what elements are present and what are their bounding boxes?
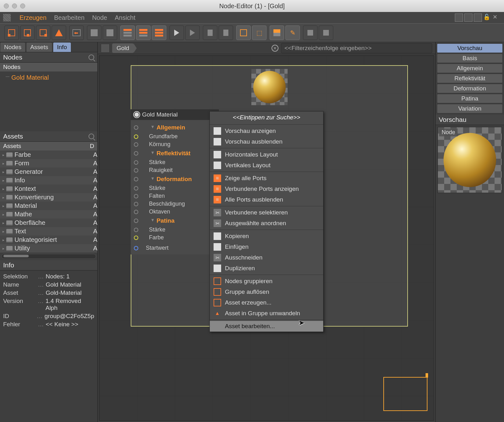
tool-brush-1[interactable] bbox=[270, 26, 284, 40]
tool-new-1[interactable] bbox=[4, 26, 19, 40]
port-group[interactable]: Reflektivität bbox=[141, 149, 191, 158]
asset-row[interactable]: ▸InfoA bbox=[0, 176, 97, 185]
horizontal-scrollbar[interactable] bbox=[1, 254, 96, 259]
port-circle-icon[interactable] bbox=[134, 202, 138, 206]
port-circle-icon[interactable] bbox=[134, 228, 138, 232]
port-row[interactable]: Körnung bbox=[131, 140, 217, 148]
port-circle-icon[interactable] bbox=[134, 194, 138, 198]
port-row[interactable]: Stärke bbox=[131, 226, 217, 234]
tab-nodes[interactable]: Nodes bbox=[0, 42, 26, 52]
port-row[interactable]: Stärke bbox=[131, 184, 217, 192]
port-row[interactable]: Startwert bbox=[131, 244, 217, 252]
tab-info[interactable]: Info bbox=[53, 42, 71, 52]
port-circle-icon[interactable] bbox=[134, 177, 138, 181]
node-card-header[interactable]: Gold Material bbox=[131, 109, 219, 120]
asset-row[interactable]: ▸KontextA bbox=[0, 185, 97, 193]
port-circle-icon[interactable] bbox=[134, 134, 138, 139]
grip-icon[interactable] bbox=[3, 14, 11, 21]
right-tab[interactable]: Allgemein bbox=[437, 64, 503, 73]
tab-assets[interactable]: Assets bbox=[26, 42, 52, 52]
right-tab[interactable]: Basis bbox=[437, 54, 503, 63]
port-circle-icon[interactable] bbox=[134, 160, 138, 165]
menu-erzeugen[interactable]: Erzeugen bbox=[20, 14, 47, 21]
layout-3-icon[interactable] bbox=[474, 14, 482, 22]
port-circle-icon[interactable] bbox=[134, 125, 138, 130]
port-circle-icon[interactable] bbox=[134, 142, 138, 147]
port-circle-icon[interactable] bbox=[134, 236, 138, 240]
clear-filter-icon[interactable]: ✕ bbox=[272, 45, 278, 52]
ctx-item[interactable]: ✂Verbundene selektieren bbox=[210, 207, 323, 218]
right-tab[interactable]: Reflektivität bbox=[437, 74, 503, 83]
port-circle-icon[interactable] bbox=[134, 168, 138, 173]
tool-arrange-2[interactable] bbox=[319, 26, 333, 40]
port-circle-icon[interactable] bbox=[134, 210, 138, 214]
tool-misc-1[interactable] bbox=[203, 26, 217, 40]
menu-node[interactable]: Node bbox=[92, 14, 107, 21]
asset-row[interactable]: ▸FormA bbox=[0, 159, 97, 168]
asset-row[interactable]: ▸OberflächeA bbox=[0, 219, 97, 227]
ctx-item[interactable]: ▫Einfügen bbox=[210, 242, 323, 252]
ctx-item[interactable]: ≡Verbundene Ports anzeigen bbox=[210, 184, 323, 194]
ctx-item[interactable]: Nodes gruppieren bbox=[210, 276, 323, 287]
preview-viewport[interactable]: Node bbox=[438, 127, 502, 193]
ctx-item[interactable]: ▲Asset in Gruppe umwandeln bbox=[210, 308, 323, 319]
search-icon[interactable] bbox=[89, 54, 94, 60]
breadcrumb-root-icon[interactable] bbox=[101, 44, 110, 53]
ctx-search[interactable]: <<Eintippen zur Suche>> bbox=[210, 111, 323, 123]
asset-row[interactable]: ▸UnkategorisiertA bbox=[0, 236, 97, 244]
ctx-item[interactable]: ▫Vorschau anzeigen bbox=[210, 126, 323, 136]
tool-misc-2[interactable] bbox=[219, 26, 233, 40]
node-canvas[interactable]: Gold Material AllgemeinGrundfarbeKörnung… bbox=[99, 55, 434, 421]
tool-bars-1[interactable] bbox=[120, 26, 135, 40]
asset-row[interactable]: ▸MaterialA bbox=[0, 202, 97, 210]
tool-new-3[interactable] bbox=[36, 26, 50, 40]
tool-box-a[interactable] bbox=[87, 26, 101, 40]
tool-bars-2[interactable] bbox=[136, 26, 151, 40]
ctx-item[interactable]: ▫Vorschau ausblenden bbox=[210, 136, 323, 147]
ctx-item[interactable]: Asset erzeugen... bbox=[210, 297, 323, 308]
tool-import[interactable] bbox=[69, 26, 84, 40]
port-row[interactable]: Grundfarbe bbox=[131, 133, 217, 140]
port-row[interactable]: Oktaven bbox=[131, 208, 217, 216]
node-card[interactable]: Gold Material AllgemeinGrundfarbeKörnung… bbox=[131, 109, 219, 254]
right-tab[interactable]: Vorschau bbox=[437, 43, 503, 53]
port-circle-icon[interactable] bbox=[134, 186, 138, 191]
ctx-item[interactable]: ▫Duplizieren bbox=[210, 263, 323, 274]
ctx-item[interactable]: ✂Ausschneiden bbox=[210, 252, 323, 263]
asset-row[interactable]: ▸KonvertierungA bbox=[0, 193, 97, 202]
asset-row[interactable]: ▸MatheA bbox=[0, 210, 97, 219]
port-circle-icon[interactable] bbox=[134, 246, 138, 250]
port-circle-icon[interactable] bbox=[134, 219, 138, 223]
tool-box-b[interactable] bbox=[103, 26, 117, 40]
asset-row[interactable]: ▸UtilityA bbox=[0, 244, 97, 253]
ctx-item[interactable]: ▫Horizontales Layout bbox=[210, 149, 323, 160]
filter-input[interactable]: <<Filterzeichenfolge eingeben>> bbox=[281, 43, 432, 53]
tool-play-1[interactable] bbox=[169, 26, 184, 40]
lock-icon[interactable]: 🔓 bbox=[483, 14, 491, 22]
right-tab[interactable]: Deformation bbox=[437, 84, 503, 93]
ctx-item[interactable]: Gruppe auflösen bbox=[210, 287, 323, 297]
ctx-asset-bearbeiten[interactable]: Asset bearbeiten... bbox=[210, 321, 323, 332]
menu-ansicht[interactable]: Ansicht bbox=[115, 14, 135, 21]
ctx-item[interactable]: ▫Vertikales Layout bbox=[210, 160, 323, 171]
tool-brush-2[interactable]: ✎ bbox=[285, 26, 300, 40]
menu-bearbeiten[interactable]: Bearbeiten bbox=[54, 14, 85, 21]
port-group[interactable]: Deformation bbox=[141, 175, 192, 184]
port-row[interactable]: Falten bbox=[131, 192, 217, 200]
tool-triangle[interactable] bbox=[52, 26, 66, 40]
right-tab[interactable]: Patina bbox=[437, 94, 503, 103]
tree-item-gold[interactable]: Gold Material bbox=[2, 73, 95, 82]
tool-arrange-1[interactable] bbox=[303, 26, 318, 40]
tool-new-2[interactable] bbox=[20, 26, 35, 40]
ctx-item[interactable]: ✂Ausgewählte anordnen bbox=[210, 218, 323, 229]
port-circle-icon[interactable] bbox=[134, 151, 138, 156]
close-panel-icon[interactable]: ✕ bbox=[493, 14, 501, 22]
right-tab[interactable]: Variation bbox=[437, 104, 503, 113]
port-row[interactable]: Farbe bbox=[131, 234, 217, 242]
ctx-item[interactable]: ▫Kopieren bbox=[210, 231, 323, 242]
search-icon[interactable] bbox=[89, 134, 94, 139]
layout-2-icon[interactable] bbox=[464, 14, 472, 22]
tool-play-2[interactable] bbox=[185, 26, 200, 40]
ctx-item[interactable]: ≡Zeige alle Ports bbox=[210, 173, 323, 184]
port-group[interactable]: Allgemein bbox=[141, 123, 185, 132]
